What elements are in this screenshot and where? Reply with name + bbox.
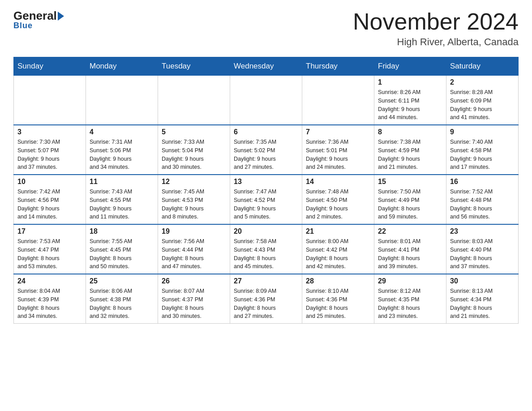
day-info: Sunrise: 7:36 AMSunset: 5:01 PMDaylight:… (306, 138, 370, 171)
calendar-cell: 3Sunrise: 7:30 AMSunset: 5:07 PMDaylight… (14, 125, 86, 175)
calendar-cell: 9Sunrise: 7:40 AMSunset: 4:58 PMDaylight… (446, 125, 519, 175)
calendar-cell: 19Sunrise: 7:56 AMSunset: 4:44 PMDayligh… (158, 224, 230, 274)
day-info: Sunrise: 8:13 AMSunset: 4:34 PMDaylight:… (450, 287, 515, 321)
day-number: 2 (450, 78, 515, 86)
calendar-cell: 27Sunrise: 8:09 AMSunset: 4:36 PMDayligh… (230, 274, 302, 324)
day-number: 25 (90, 277, 154, 285)
calendar-cell (158, 76, 230, 125)
calendar-cell: 1Sunrise: 8:26 AMSunset: 6:11 PMDaylight… (374, 76, 446, 125)
day-info: Sunrise: 7:50 AMSunset: 4:49 PMDaylight:… (378, 188, 442, 221)
day-info: Sunrise: 8:12 AMSunset: 4:35 PMDaylight:… (378, 287, 442, 321)
day-info: Sunrise: 8:26 AMSunset: 6:11 PMDaylight:… (378, 88, 442, 122)
calendar-cell: 10Sunrise: 7:42 AMSunset: 4:56 PMDayligh… (14, 175, 86, 224)
day-number: 27 (234, 277, 298, 285)
day-number: 22 (378, 227, 442, 235)
calendar-cell (86, 76, 158, 125)
weekday-header-sunday: Sunday (14, 57, 86, 76)
calendar-week-3: 10Sunrise: 7:42 AMSunset: 4:56 PMDayligh… (14, 175, 519, 224)
calendar-cell: 25Sunrise: 8:06 AMSunset: 4:38 PMDayligh… (86, 274, 158, 324)
day-info: Sunrise: 8:06 AMSunset: 4:38 PMDaylight:… (90, 287, 154, 321)
day-number: 29 (378, 277, 442, 285)
calendar-cell (14, 76, 86, 125)
calendar-cell: 26Sunrise: 8:07 AMSunset: 4:37 PMDayligh… (158, 274, 230, 324)
calendar-cell: 15Sunrise: 7:50 AMSunset: 4:49 PMDayligh… (374, 175, 446, 224)
day-number: 17 (17, 227, 82, 235)
calendar-cell: 22Sunrise: 8:01 AMSunset: 4:41 PMDayligh… (374, 224, 446, 274)
day-info: Sunrise: 8:03 AMSunset: 4:40 PMDaylight:… (450, 237, 515, 271)
day-info: Sunrise: 7:53 AMSunset: 4:47 PMDaylight:… (17, 237, 82, 271)
calendar-cell (230, 76, 302, 125)
day-info: Sunrise: 8:09 AMSunset: 4:36 PMDaylight:… (234, 287, 298, 321)
day-number: 21 (306, 227, 370, 235)
day-info: Sunrise: 8:04 AMSunset: 4:39 PMDaylight:… (17, 287, 82, 321)
day-number: 28 (306, 277, 370, 285)
day-info: Sunrise: 7:48 AMSunset: 4:50 PMDaylight:… (306, 188, 370, 221)
day-info: Sunrise: 8:01 AMSunset: 4:41 PMDaylight:… (378, 237, 442, 271)
day-number: 10 (17, 178, 82, 186)
weekday-header-monday: Monday (86, 57, 158, 76)
calendar-cell: 24Sunrise: 8:04 AMSunset: 4:39 PMDayligh… (14, 274, 86, 324)
day-number: 7 (306, 128, 370, 136)
calendar-cell: 21Sunrise: 8:00 AMSunset: 4:42 PMDayligh… (302, 224, 374, 274)
title-area: November 2024 High River, Alberta, Canad… (353, 9, 519, 48)
day-number: 19 (162, 227, 226, 235)
weekday-header-wednesday: Wednesday (230, 57, 302, 76)
calendar-cell: 2Sunrise: 8:28 AMSunset: 6:09 PMDaylight… (446, 76, 519, 125)
calendar-cell: 13Sunrise: 7:47 AMSunset: 4:52 PMDayligh… (230, 175, 302, 224)
calendar-cell: 12Sunrise: 7:45 AMSunset: 4:53 PMDayligh… (158, 175, 230, 224)
day-info: Sunrise: 7:55 AMSunset: 4:45 PMDaylight:… (90, 237, 154, 271)
calendar-cell: 16Sunrise: 7:52 AMSunset: 4:48 PMDayligh… (446, 175, 519, 224)
calendar-cell (302, 76, 374, 125)
day-info: Sunrise: 7:30 AMSunset: 5:07 PMDaylight:… (17, 138, 82, 171)
day-info: Sunrise: 7:42 AMSunset: 4:56 PMDaylight:… (17, 188, 82, 221)
day-info: Sunrise: 8:00 AMSunset: 4:42 PMDaylight:… (306, 237, 370, 271)
weekday-header-thursday: Thursday (302, 57, 374, 76)
calendar-cell: 7Sunrise: 7:36 AMSunset: 5:01 PMDaylight… (302, 125, 374, 175)
day-number: 15 (378, 178, 442, 186)
day-info: Sunrise: 7:43 AMSunset: 4:55 PMDaylight:… (90, 188, 154, 221)
calendar-table: SundayMondayTuesdayWednesdayThursdayFrid… (13, 57, 519, 324)
day-info: Sunrise: 7:52 AMSunset: 4:48 PMDaylight:… (450, 188, 515, 221)
calendar-cell: 4Sunrise: 7:31 AMSunset: 5:06 PMDaylight… (86, 125, 158, 175)
day-number: 23 (450, 227, 515, 235)
calendar-cell: 23Sunrise: 8:03 AMSunset: 4:40 PMDayligh… (446, 224, 519, 274)
day-number: 26 (162, 277, 226, 285)
logo-blue: Blue (13, 21, 33, 30)
day-number: 24 (17, 277, 82, 285)
day-number: 11 (90, 178, 154, 186)
page-header: General Blue November 2024 High River, A… (13, 9, 519, 48)
calendar-week-2: 3Sunrise: 7:30 AMSunset: 5:07 PMDaylight… (14, 125, 519, 175)
day-number: 13 (234, 178, 298, 186)
day-info: Sunrise: 8:10 AMSunset: 4:36 PMDaylight:… (306, 287, 370, 321)
day-number: 16 (450, 178, 515, 186)
calendar-cell: 6Sunrise: 7:35 AMSunset: 5:02 PMDaylight… (230, 125, 302, 175)
calendar-cell: 29Sunrise: 8:12 AMSunset: 4:35 PMDayligh… (374, 274, 446, 324)
calendar-cell: 14Sunrise: 7:48 AMSunset: 4:50 PMDayligh… (302, 175, 374, 224)
logo: General Blue (13, 9, 65, 30)
day-number: 9 (450, 128, 515, 136)
calendar-cell: 28Sunrise: 8:10 AMSunset: 4:36 PMDayligh… (302, 274, 374, 324)
day-number: 18 (90, 227, 154, 235)
day-info: Sunrise: 7:31 AMSunset: 5:06 PMDaylight:… (90, 138, 154, 171)
day-number: 4 (90, 128, 154, 136)
day-number: 14 (306, 178, 370, 186)
day-number: 5 (162, 128, 226, 136)
calendar-cell: 18Sunrise: 7:55 AMSunset: 4:45 PMDayligh… (86, 224, 158, 274)
calendar-week-1: 1Sunrise: 8:26 AMSunset: 6:11 PMDaylight… (14, 76, 519, 125)
calendar-week-5: 24Sunrise: 8:04 AMSunset: 4:39 PMDayligh… (14, 274, 519, 324)
location-title: High River, Alberta, Canada (353, 36, 519, 48)
day-info: Sunrise: 7:58 AMSunset: 4:43 PMDaylight:… (234, 237, 298, 271)
day-number: 12 (162, 178, 226, 186)
weekday-header-tuesday: Tuesday (158, 57, 230, 76)
day-info: Sunrise: 7:33 AMSunset: 5:04 PMDaylight:… (162, 138, 226, 171)
calendar-header-row: SundayMondayTuesdayWednesdayThursdayFrid… (14, 57, 519, 76)
day-info: Sunrise: 8:28 AMSunset: 6:09 PMDaylight:… (450, 88, 515, 122)
day-number: 20 (234, 227, 298, 235)
logo-triangle-icon (58, 12, 64, 21)
day-info: Sunrise: 7:40 AMSunset: 4:58 PMDaylight:… (450, 138, 515, 171)
day-info: Sunrise: 8:07 AMSunset: 4:37 PMDaylight:… (162, 287, 226, 321)
calendar-cell: 17Sunrise: 7:53 AMSunset: 4:47 PMDayligh… (14, 224, 86, 274)
day-number: 30 (450, 277, 515, 285)
month-title: November 2024 (353, 9, 519, 34)
day-number: 3 (17, 128, 82, 136)
